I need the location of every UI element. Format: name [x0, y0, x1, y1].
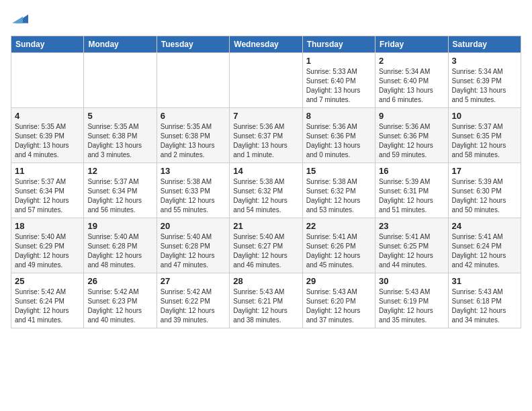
day-info: Sunrise: 5:41 AM Sunset: 6:26 PM Dayligh… — [306, 232, 371, 270]
day-info: Sunrise: 5:33 AM Sunset: 6:40 PM Dayligh… — [306, 67, 371, 105]
calendar-week-row: 25Sunrise: 5:42 AM Sunset: 6:24 PM Dayli… — [11, 273, 521, 328]
calendar-cell: 2Sunrise: 5:34 AM Sunset: 6:40 PM Daylig… — [375, 53, 448, 108]
day-number: 30 — [379, 276, 444, 286]
calendar-table: SundayMondayTuesdayWednesdayThursdayFrid… — [11, 36, 521, 328]
calendar-cell: 5Sunrise: 5:35 AM Sunset: 6:38 PM Daylig… — [84, 108, 157, 163]
day-number: 8 — [306, 111, 371, 121]
day-number: 29 — [306, 276, 371, 286]
day-number: 28 — [233, 276, 298, 286]
day-number: 31 — [452, 276, 517, 286]
day-number: 24 — [452, 221, 517, 231]
day-number: 17 — [452, 166, 517, 176]
col-header-sunday: Sunday — [11, 36, 84, 53]
day-number: 10 — [452, 111, 517, 121]
day-info: Sunrise: 5:42 AM Sunset: 6:23 PM Dayligh… — [87, 287, 152, 325]
calendar-cell: 9Sunrise: 5:36 AM Sunset: 6:36 PM Daylig… — [375, 108, 448, 163]
calendar-cell: 24Sunrise: 5:41 AM Sunset: 6:24 PM Dayli… — [448, 218, 521, 273]
calendar-cell: 13Sunrise: 5:38 AM Sunset: 6:33 PM Dayli… — [157, 163, 229, 218]
day-info: Sunrise: 5:40 AM Sunset: 6:28 PM Dayligh… — [161, 232, 226, 270]
day-info: Sunrise: 5:42 AM Sunset: 6:24 PM Dayligh… — [15, 287, 80, 325]
day-number: 1 — [306, 56, 371, 66]
calendar-cell: 29Sunrise: 5:43 AM Sunset: 6:20 PM Dayli… — [302, 273, 375, 328]
day-info: Sunrise: 5:34 AM Sunset: 6:40 PM Dayligh… — [379, 67, 444, 105]
day-info: Sunrise: 5:40 AM Sunset: 6:27 PM Dayligh… — [233, 232, 298, 270]
page-header — [11, 11, 521, 30]
calendar-week-row: 1Sunrise: 5:33 AM Sunset: 6:40 PM Daylig… — [11, 53, 521, 108]
day-info: Sunrise: 5:38 AM Sunset: 6:32 PM Dayligh… — [233, 177, 298, 215]
calendar-cell: 26Sunrise: 5:42 AM Sunset: 6:23 PM Dayli… — [84, 273, 157, 328]
calendar-cell: 25Sunrise: 5:42 AM Sunset: 6:24 PM Dayli… — [11, 273, 84, 328]
day-number: 23 — [379, 221, 444, 231]
day-info: Sunrise: 5:37 AM Sunset: 6:35 PM Dayligh… — [452, 122, 517, 160]
calendar-cell — [230, 53, 302, 108]
calendar-cell: 15Sunrise: 5:38 AM Sunset: 6:32 PM Dayli… — [302, 163, 375, 218]
calendar-cell: 3Sunrise: 5:34 AM Sunset: 6:39 PM Daylig… — [448, 53, 521, 108]
day-info: Sunrise: 5:43 AM Sunset: 6:21 PM Dayligh… — [233, 287, 298, 325]
day-number: 2 — [379, 56, 444, 66]
day-info: Sunrise: 5:39 AM Sunset: 6:31 PM Dayligh… — [379, 177, 444, 215]
calendar-cell: 22Sunrise: 5:41 AM Sunset: 6:26 PM Dayli… — [302, 218, 375, 273]
calendar-cell: 6Sunrise: 5:35 AM Sunset: 6:38 PM Daylig… — [157, 108, 229, 163]
col-header-tuesday: Tuesday — [157, 36, 229, 53]
calendar-week-row: 4Sunrise: 5:35 AM Sunset: 6:39 PM Daylig… — [11, 108, 521, 163]
day-number: 5 — [87, 111, 152, 121]
day-info: Sunrise: 5:39 AM Sunset: 6:30 PM Dayligh… — [452, 177, 517, 215]
day-number: 7 — [233, 111, 298, 121]
day-number: 19 — [87, 221, 152, 231]
calendar-header-row: SundayMondayTuesdayWednesdayThursdayFrid… — [11, 36, 521, 53]
calendar-cell: 4Sunrise: 5:35 AM Sunset: 6:39 PM Daylig… — [11, 108, 84, 163]
day-info: Sunrise: 5:35 AM Sunset: 6:39 PM Dayligh… — [15, 122, 80, 160]
day-info: Sunrise: 5:38 AM Sunset: 6:33 PM Dayligh… — [161, 177, 226, 215]
day-info: Sunrise: 5:41 AM Sunset: 6:24 PM Dayligh… — [452, 232, 517, 270]
day-info: Sunrise: 5:36 AM Sunset: 6:36 PM Dayligh… — [379, 122, 444, 160]
day-number: 12 — [87, 166, 152, 176]
calendar-cell: 16Sunrise: 5:39 AM Sunset: 6:31 PM Dayli… — [375, 163, 448, 218]
day-info: Sunrise: 5:35 AM Sunset: 6:38 PM Dayligh… — [87, 122, 152, 160]
calendar-cell: 7Sunrise: 5:36 AM Sunset: 6:37 PM Daylig… — [230, 108, 302, 163]
calendar-cell: 12Sunrise: 5:37 AM Sunset: 6:34 PM Dayli… — [84, 163, 157, 218]
day-number: 16 — [379, 166, 444, 176]
calendar-cell: 20Sunrise: 5:40 AM Sunset: 6:28 PM Dayli… — [157, 218, 229, 273]
day-number: 15 — [306, 166, 371, 176]
day-number: 22 — [306, 221, 371, 231]
day-info: Sunrise: 5:38 AM Sunset: 6:32 PM Dayligh… — [306, 177, 371, 215]
calendar-cell — [157, 53, 229, 108]
col-header-thursday: Thursday — [302, 36, 375, 53]
day-number: 27 — [161, 276, 226, 286]
calendar-cell: 21Sunrise: 5:40 AM Sunset: 6:27 PM Dayli… — [230, 218, 302, 273]
day-number: 11 — [15, 166, 80, 176]
day-number: 6 — [161, 111, 226, 121]
day-info: Sunrise: 5:41 AM Sunset: 6:25 PM Dayligh… — [379, 232, 444, 270]
col-header-wednesday: Wednesday — [230, 36, 302, 53]
calendar-cell — [84, 53, 157, 108]
calendar-cell: 17Sunrise: 5:39 AM Sunset: 6:30 PM Dayli… — [448, 163, 521, 218]
day-number: 21 — [233, 221, 298, 231]
calendar-cell: 28Sunrise: 5:43 AM Sunset: 6:21 PM Dayli… — [230, 273, 302, 328]
calendar-cell: 10Sunrise: 5:37 AM Sunset: 6:35 PM Dayli… — [448, 108, 521, 163]
calendar-cell: 31Sunrise: 5:43 AM Sunset: 6:18 PM Dayli… — [448, 273, 521, 328]
calendar-cell: 1Sunrise: 5:33 AM Sunset: 6:40 PM Daylig… — [302, 53, 375, 108]
col-header-friday: Friday — [375, 36, 448, 53]
calendar-cell: 18Sunrise: 5:40 AM Sunset: 6:29 PM Dayli… — [11, 218, 84, 273]
logo — [11, 11, 28, 30]
day-info: Sunrise: 5:40 AM Sunset: 6:28 PM Dayligh… — [87, 232, 152, 270]
day-info: Sunrise: 5:37 AM Sunset: 6:34 PM Dayligh… — [15, 177, 80, 215]
day-number: 4 — [15, 111, 80, 121]
calendar-cell: 11Sunrise: 5:37 AM Sunset: 6:34 PM Dayli… — [11, 163, 84, 218]
day-info: Sunrise: 5:36 AM Sunset: 6:36 PM Dayligh… — [306, 122, 371, 160]
calendar-cell: 8Sunrise: 5:36 AM Sunset: 6:36 PM Daylig… — [302, 108, 375, 163]
day-info: Sunrise: 5:36 AM Sunset: 6:37 PM Dayligh… — [233, 122, 298, 160]
col-header-saturday: Saturday — [448, 36, 521, 53]
col-header-monday: Monday — [84, 36, 157, 53]
day-info: Sunrise: 5:42 AM Sunset: 6:22 PM Dayligh… — [161, 287, 226, 325]
day-number: 13 — [161, 166, 226, 176]
svg-marker-1 — [12, 17, 23, 24]
day-info: Sunrise: 5:34 AM Sunset: 6:39 PM Dayligh… — [452, 67, 517, 105]
calendar-cell — [11, 53, 84, 108]
calendar-cell: 19Sunrise: 5:40 AM Sunset: 6:28 PM Dayli… — [84, 218, 157, 273]
logo-block — [11, 11, 28, 30]
day-info: Sunrise: 5:43 AM Sunset: 6:19 PM Dayligh… — [379, 287, 444, 325]
calendar-cell: 23Sunrise: 5:41 AM Sunset: 6:25 PM Dayli… — [375, 218, 448, 273]
day-info: Sunrise: 5:43 AM Sunset: 6:20 PM Dayligh… — [306, 287, 371, 325]
calendar-week-row: 11Sunrise: 5:37 AM Sunset: 6:34 PM Dayli… — [11, 163, 521, 218]
